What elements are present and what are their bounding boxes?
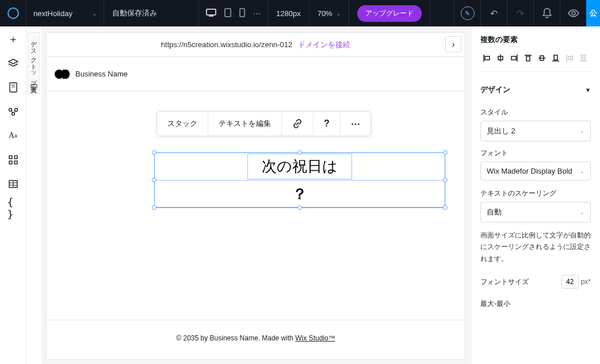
link-button[interactable] xyxy=(282,112,314,136)
resize-handle[interactable] xyxy=(443,178,448,182)
pages-icon[interactable] xyxy=(7,82,19,93)
scaling-help-text: 画面サイズに比例して文字が自動的にスケーリングされるように設定されます。 xyxy=(480,229,591,265)
font-size-unit[interactable]: px* xyxy=(581,278,591,286)
svg-rect-21 xyxy=(31,85,37,88)
desktop-icon[interactable] xyxy=(206,9,216,18)
style-select[interactable]: 見出し 2 ⌄ xyxy=(480,121,591,141)
selected-text-2[interactable]: ？ xyxy=(155,181,445,208)
align-center-h-icon[interactable] xyxy=(494,52,507,64)
svg-rect-16 xyxy=(14,161,17,164)
font-size-label: フォントサイズ xyxy=(480,277,529,287)
svg-rect-3 xyxy=(240,9,244,17)
align-right-icon[interactable] xyxy=(508,52,521,64)
zoom-value: 70% xyxy=(318,9,333,18)
mobile-icon[interactable] xyxy=(239,8,245,19)
redo-button[interactable]: ↷ xyxy=(507,0,533,26)
selection-box[interactable]: 次の祝日は ？ xyxy=(154,152,445,208)
svg-rect-37 xyxy=(568,56,571,60)
business-logo-icon xyxy=(55,70,70,79)
svg-rect-28 xyxy=(511,56,516,60)
scaling-value: 自動 xyxy=(487,207,502,217)
notifications-button[interactable] xyxy=(533,0,560,26)
desktop-small-icon xyxy=(30,84,37,89)
code-icon[interactable]: { } xyxy=(7,202,19,214)
more-devices-icon[interactable]: ⋯ xyxy=(253,9,261,18)
scaling-select[interactable]: 自動 ⌄ xyxy=(480,202,591,223)
text-line-1: 次の祝日は xyxy=(247,154,352,179)
apps-icon[interactable] xyxy=(7,154,19,166)
left-rail: ＋ Aa { } xyxy=(0,26,26,364)
typography-icon[interactable]: Aa xyxy=(7,130,19,141)
align-left-icon[interactable] xyxy=(480,52,493,64)
design-section-header[interactable]: デザイン ▼ xyxy=(480,80,591,103)
distribute-h-icon xyxy=(563,52,576,64)
distribute-v-icon xyxy=(577,52,590,64)
undo-button[interactable]: ↶ xyxy=(480,0,507,26)
footer-text: © 2035 by Business Name. Made with xyxy=(176,334,295,342)
svg-rect-24 xyxy=(485,56,490,60)
site-menu[interactable]: nextHoliday ⌄ xyxy=(26,0,104,26)
svg-rect-30 xyxy=(526,56,530,61)
selected-text-1[interactable]: 次の祝日は xyxy=(155,153,445,181)
add-icon[interactable]: ＋ xyxy=(7,33,19,45)
chevron-down-icon: ⌄ xyxy=(580,168,584,174)
panel-title: 複数の要素 xyxy=(480,35,591,45)
svg-point-9 xyxy=(14,109,17,112)
layers-icon[interactable] xyxy=(7,58,19,69)
wix-logo-button[interactable] xyxy=(0,0,26,26)
top-bar: nextHoliday ⌄ 自動保存済み ⋯ 1280px 70% ⌄ アップグ… xyxy=(0,0,600,26)
resize-handle[interactable] xyxy=(152,150,156,155)
align-top-icon[interactable] xyxy=(522,52,534,64)
device-switcher: ⋯ xyxy=(199,0,268,26)
site-name: nextHoliday xyxy=(33,9,72,18)
chevron-down-icon: ▼ xyxy=(585,87,591,93)
font-size-input[interactable] xyxy=(561,275,579,289)
align-toolbar xyxy=(480,52,591,72)
section-next-arrow[interactable]: › xyxy=(445,36,461,52)
preview-button[interactable] xyxy=(560,0,586,26)
publish-button[interactable]: 公 xyxy=(586,0,600,26)
resize-handle[interactable] xyxy=(443,150,448,155)
stack-button[interactable]: スタック xyxy=(157,112,208,136)
svg-rect-0 xyxy=(207,9,216,15)
resize-handle[interactable] xyxy=(297,150,302,155)
connect-domain-link[interactable]: ドメインを接続 xyxy=(298,40,350,50)
chevron-down-icon: ⌄ xyxy=(580,209,584,215)
help-button[interactable]: ? xyxy=(314,112,341,136)
upgrade-wrap: アップグレード xyxy=(349,0,430,26)
align-center-v-icon[interactable] xyxy=(536,52,548,64)
chevron-down-icon: ⌄ xyxy=(580,128,584,134)
svg-rect-34 xyxy=(554,55,557,60)
wix-logo-icon xyxy=(7,7,19,19)
upgrade-button[interactable]: アップグレード xyxy=(357,5,422,22)
breakpoint-label[interactable]: デスクトップ（最大） xyxy=(28,32,40,94)
align-bottom-icon[interactable] xyxy=(549,52,562,64)
font-select[interactable]: Wix Madefor Display Bold ⌄ xyxy=(480,162,591,181)
resize-handle[interactable] xyxy=(152,178,156,182)
resize-handle[interactable] xyxy=(443,205,448,210)
font-value: Wix Madefor Display Bold xyxy=(487,167,572,175)
style-value: 見出し 2 xyxy=(487,126,515,136)
zoom-menu[interactable]: 70% ⌄ xyxy=(309,0,349,26)
table-icon[interactable] xyxy=(7,178,19,190)
font-size-row: フォントサイズ px* xyxy=(480,275,591,289)
svg-rect-15 xyxy=(9,161,12,164)
svg-rect-5 xyxy=(10,83,17,92)
cms-icon[interactable] xyxy=(7,106,19,117)
context-toolbar: スタック テキストを編集 ? ⋯ xyxy=(156,111,371,136)
chevron-down-icon: ⌄ xyxy=(92,10,97,17)
canvas-width[interactable]: 1280px xyxy=(268,0,309,26)
edit-text-button[interactable]: テキストを編集 xyxy=(208,112,282,136)
style-label: スタイル xyxy=(480,108,591,117)
footer-link[interactable]: Wix Studio™ xyxy=(295,334,335,342)
site-url: https://n5creation.wixstudio.io/zenn-012 xyxy=(161,40,292,49)
resize-handle[interactable] xyxy=(152,205,156,210)
more-button[interactable]: ⋯ xyxy=(341,112,370,136)
minmax-label[interactable]: 最大-最小 xyxy=(480,299,591,309)
site-footer: © 2035 by Business Name. Made with Wix S… xyxy=(47,320,465,342)
resize-handle[interactable] xyxy=(297,205,302,210)
svg-rect-13 xyxy=(9,156,12,159)
avatar-button[interactable]: ✎ xyxy=(454,0,480,26)
site-header: Business Name xyxy=(47,57,465,91)
tablet-icon[interactable] xyxy=(224,8,231,19)
